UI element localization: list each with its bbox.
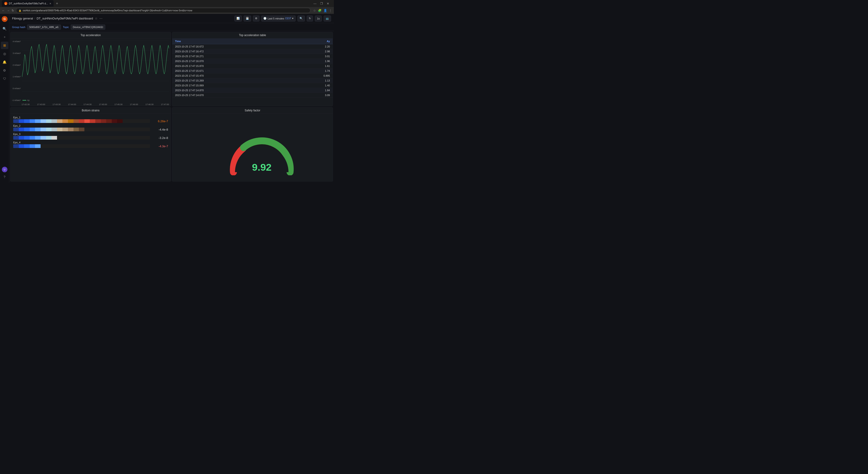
maximize-button[interactable]: ❐ bbox=[320, 2, 323, 5]
legend-line bbox=[23, 100, 26, 101]
add-panel-icon: 📊 bbox=[237, 17, 240, 20]
parent-title[interactable]: Fibregy general bbox=[12, 17, 33, 20]
tv-mode-button[interactable]: 📺 bbox=[323, 15, 331, 22]
strain-bar-eps4 bbox=[13, 144, 150, 148]
sidebar-item-add[interactable]: ＋ bbox=[1, 33, 8, 41]
chart-panel-header: Top acceleration bbox=[10, 32, 171, 38]
sidebar-item-explore[interactable]: ◎ bbox=[1, 50, 8, 58]
x-axis: 17:42:30 17:43:00 17:43:30 17:44:00 17:4… bbox=[22, 103, 169, 106]
group-hash-label: Group hash bbox=[12, 26, 25, 29]
url-text: osi4iot.com/grafana/d/3069794b-e819-45ad… bbox=[23, 9, 192, 12]
reload-button[interactable]: ↻ bbox=[11, 9, 14, 12]
user-avatar[interactable]: U bbox=[2, 167, 7, 172]
sidebar-item-alerts[interactable]: 🔔 bbox=[1, 58, 8, 66]
url-input[interactable]: 🔒 osi4iot.com/grafana/d/3069794b-e819-45… bbox=[16, 8, 310, 13]
sidebar-item-shield[interactable]: 🛡 bbox=[1, 75, 8, 82]
lock-icon: 🔒 bbox=[19, 9, 21, 12]
strains-panel-body: Eps_1 bbox=[10, 114, 171, 181]
table-area[interactable]: Time Ay 2023-10-25 17:47:16.672 2.20 202… bbox=[172, 38, 333, 106]
profile-icon[interactable]: 👤 bbox=[323, 9, 327, 12]
table-row: 2023-10-25 17:47:14.670 3.09 bbox=[172, 93, 333, 98]
gauge-svg: 9.92 bbox=[227, 131, 297, 175]
table-cell-time: 2023-10-25 17:47:15.269 bbox=[172, 78, 291, 83]
title-actions: ☆ ⋯ bbox=[95, 17, 102, 20]
x-label-1: 17:43:00 bbox=[37, 103, 45, 106]
grafana-logo[interactable]: G bbox=[1, 16, 8, 22]
tab-title: DT_suHNmOvAy0leF0Ms7wPI d... bbox=[9, 2, 48, 5]
close-button[interactable]: ✕ bbox=[327, 2, 329, 5]
table-row: 2023-10-25 17:47:15.269 1.13 bbox=[172, 78, 333, 83]
table-row: 2023-10-25 17:47:15.470 0.895 bbox=[172, 73, 333, 78]
x-label-5: 17:45:00 bbox=[99, 103, 107, 106]
share-button[interactable]: ⋯ bbox=[99, 17, 102, 20]
table-row: 2023-10-25 17:47:15.870 1.61 bbox=[172, 64, 333, 69]
extension-icon[interactable]: 🧩 bbox=[318, 9, 321, 12]
new-tab-button[interactable]: + bbox=[55, 1, 59, 6]
y-label-neg1: -1 m/sec² bbox=[11, 99, 21, 101]
bookmark-icon[interactable]: ☆ bbox=[313, 9, 316, 12]
y-label-3: 3 m/sec² bbox=[11, 52, 21, 55]
table-row: 2023-10-25 17:47:14.870 1.84 bbox=[172, 88, 333, 93]
strain-bar-eps2 bbox=[13, 128, 150, 131]
time-range-label: Last 5 minutes bbox=[268, 17, 284, 20]
chart-legend: Ay bbox=[23, 99, 29, 101]
table-panel-header: Top acceleration table bbox=[172, 32, 333, 38]
group-hash-value[interactable]: 5065d067_b72c_48f6_a6: bbox=[27, 25, 61, 30]
topic-value[interactable]: Device_nITBNCQ952AKEt bbox=[71, 25, 105, 30]
gauge-container: 9.92 bbox=[227, 131, 278, 164]
x-label-9: 17:47:00 bbox=[161, 103, 169, 106]
refresh-button[interactable]: ↻ bbox=[307, 15, 313, 22]
chevron-down-icon: ▾ bbox=[292, 17, 293, 20]
settings-button[interactable]: ⚙ bbox=[253, 15, 259, 22]
table-cell-ay: 3.09 bbox=[291, 93, 333, 98]
variable-bar: Group hash 5065d067_b72c_48f6_a6: Topic … bbox=[9, 23, 334, 31]
table-cell-ay: 1.84 bbox=[291, 88, 333, 93]
table-cell-time: 2023-10-25 17:47:15.671 bbox=[172, 69, 291, 73]
save-button[interactable]: 💾 bbox=[244, 15, 251, 22]
left-sidebar: G 🔍 ＋ ⊞ ◎ 🔔 ⚙ 🛡 U ? bbox=[0, 14, 9, 182]
svg-text:G: G bbox=[3, 18, 6, 21]
sidebar-item-settings[interactable]: ⚙ bbox=[1, 67, 8, 74]
table-row: 2023-10-25 17:47:16.070 1.96 bbox=[172, 59, 333, 64]
star-button[interactable]: ☆ bbox=[95, 17, 98, 20]
x-label-2: 17:43:30 bbox=[53, 103, 61, 106]
x-label-4: 17:44:30 bbox=[84, 103, 92, 106]
sidebar-item-search[interactable]: 🔍 bbox=[1, 25, 8, 32]
table-cell-ay: 1.74 bbox=[291, 69, 333, 73]
top-bar: Fibregy general / DT_suHNmOvAy0leF0Ms7wP… bbox=[9, 14, 334, 23]
table-cell-ay: 1.96 bbox=[291, 59, 333, 64]
tab-favicon: 🔥 bbox=[4, 2, 7, 5]
safety-factor-panel: Safety factor bbox=[172, 107, 333, 181]
sidebar-item-dashboards[interactable]: ⊞ bbox=[1, 42, 8, 49]
refresh-rate[interactable]: 1s bbox=[315, 15, 322, 22]
table-row: 2023-10-25 17:47:16.672 2.20 bbox=[172, 44, 333, 49]
time-range-picker[interactable]: 🕐 Last 5 minutes CEST ▾ bbox=[261, 15, 296, 22]
clock-icon: 🕐 bbox=[264, 17, 267, 20]
table-row: 2023-10-25 17:47:15.671 1.74 bbox=[172, 69, 333, 73]
sidebar-item-help[interactable]: ? bbox=[1, 173, 8, 181]
legend-label: Ay bbox=[27, 99, 29, 101]
strain-bar-eps1 bbox=[13, 119, 150, 123]
dashboard-title[interactable]: DT_suHNmOvAy0leF0Ms7wPI dashboard bbox=[37, 17, 93, 20]
add-panel-button[interactable]: 📊 bbox=[235, 15, 242, 22]
menu-icon[interactable]: ⋮ bbox=[329, 9, 332, 12]
strain-label-eps2: Eps_2 bbox=[13, 124, 168, 127]
minimize-button[interactable]: — bbox=[313, 2, 316, 5]
x-label-3: 17:44:00 bbox=[68, 103, 76, 106]
active-tab[interactable]: 🔥 DT_suHNmOvAy0leF0Ms7wPI d... ✕ bbox=[2, 0, 54, 7]
tab-close-button[interactable]: ✕ bbox=[50, 2, 51, 5]
col-ay: Ay bbox=[291, 38, 333, 44]
gauge-panel-body: 9.92 bbox=[172, 114, 333, 181]
search-zoom-button[interactable]: 🔍 bbox=[298, 15, 305, 22]
strains-area: Eps_1 bbox=[10, 114, 171, 181]
forward-button[interactable]: → bbox=[7, 9, 10, 12]
back-button[interactable]: ← bbox=[2, 9, 5, 12]
strain-label-eps4: Eps_4 bbox=[13, 141, 168, 144]
table-panel-body: Time Ay 2023-10-25 17:47:16.672 2.20 202… bbox=[172, 38, 333, 106]
y-label-2: 2 m/sec² bbox=[11, 64, 21, 66]
strains-panel-header: Bottom strains bbox=[10, 107, 171, 114]
strain-value-eps4: -4.3e-7 bbox=[152, 144, 168, 148]
svg-text:9.92: 9.92 bbox=[252, 162, 272, 173]
topic-label: Topic bbox=[63, 26, 69, 29]
table-cell-time: 2023-10-25 17:47:14.870 bbox=[172, 88, 291, 93]
